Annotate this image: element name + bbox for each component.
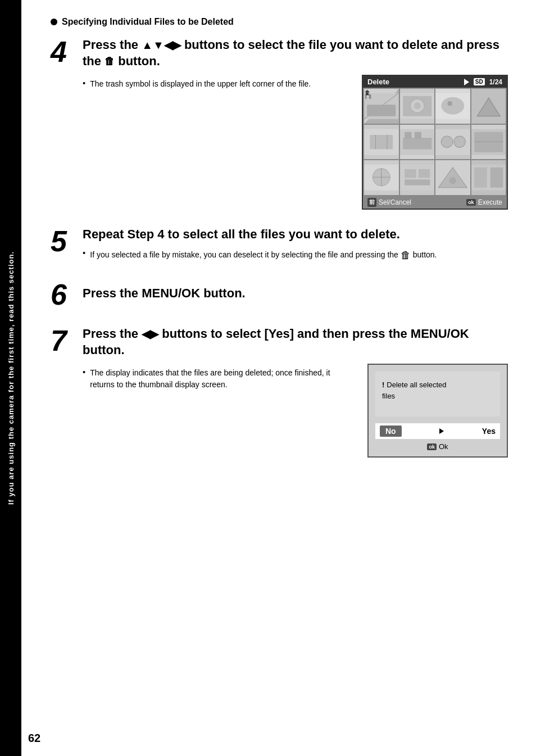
thumbnail-8 (471, 125, 506, 160)
step-6-title: Press the MENU/OK button. (83, 286, 508, 302)
svg-point-11 (448, 101, 452, 106)
step-7-section: 7 Press the ◀▶ buttons to select [Yes] a… (51, 326, 508, 458)
thumbnail-11 (435, 160, 470, 195)
main-content: Specifying Individual Files to be Delete… (51, 17, 508, 458)
thumbnail-12 (471, 160, 506, 195)
step-6-number: 6 (51, 280, 76, 309)
thumbnail-2 (400, 89, 435, 124)
lr-arrows-icon: ◀▶ (142, 328, 158, 340)
svg-rect-33 (405, 169, 416, 178)
svg-rect-15 (370, 135, 393, 150)
svg-point-24 (454, 136, 466, 147)
step-4-section: 4 Press the ▲▼◀▶ buttons to select the f… (51, 37, 508, 210)
sel-cancel-btn: 前 Sel/Cancel (367, 198, 411, 207)
svg-point-23 (441, 136, 453, 147)
svg-rect-20 (405, 132, 411, 139)
svg-rect-21 (414, 132, 421, 139)
step-7-text: The display indicates that the files are… (83, 364, 356, 391)
confirm-dialog: !Delete all selectedfiles (375, 372, 500, 417)
option-no[interactable]: No (380, 425, 402, 437)
execute-btn: ok Execute (466, 198, 502, 207)
confirm-ok-key: ok (427, 443, 437, 450)
confirm-message: !Delete all selectedfiles (382, 379, 493, 401)
counter: 1/24 (489, 78, 502, 86)
step-5-number: 5 (51, 227, 76, 264)
step-4-bullet-text: The trash symbol is displayed in the upp… (90, 78, 311, 90)
step-6-section: 6 Press the MENU/OK button. (51, 280, 508, 309)
step-4-content: Press the ▲▼◀▶ buttons to select the fil… (83, 37, 508, 210)
confirm-screen: !Delete all selectedfiles No Yes ok Ok (367, 364, 508, 458)
nav-arrows-icon: ▲▼◀▶ (142, 39, 181, 51)
thumbnail-1: 🗑 (364, 89, 399, 124)
svg-rect-35 (405, 180, 430, 185)
step-7-body: The display indicates that the files are… (83, 364, 508, 458)
delete-screen-footer: 前 Sel/Cancel ok Execute (363, 196, 507, 209)
step-5-bullet: If you selected a file by mistake, you c… (83, 248, 508, 263)
step-4-title: Press the ▲▼◀▶ buttons to select the fil… (83, 37, 508, 69)
svg-text:🗑: 🗑 (366, 95, 370, 99)
page-number: 62 (28, 732, 40, 745)
confirm-options: No Yes (375, 423, 500, 439)
step-4-text: The trash symbol is displayed in the upp… (83, 75, 351, 90)
sidebar: If you are using the camera for the firs… (0, 0, 21, 756)
svg-rect-41 (490, 168, 503, 188)
option-yes[interactable]: Yes (482, 427, 496, 436)
delete-label: Delete (367, 78, 389, 86)
step-5-section: 5 Repeat Step 4 to select all the files … (51, 227, 508, 264)
step-6-content: Press the MENU/OK button. (83, 280, 508, 302)
thumbnail-9 (364, 160, 399, 195)
svg-point-38 (449, 177, 456, 184)
thumbnail-4 (471, 89, 506, 124)
svg-rect-3 (367, 105, 396, 116)
thumbnail-7 (435, 125, 470, 160)
step-7-title: Press the ◀▶ buttons to select [Yes] and… (83, 326, 508, 358)
svg-rect-40 (474, 168, 487, 188)
step-4-bullet: The trash symbol is displayed in the upp… (83, 78, 351, 90)
step-5-title: Repeat Step 4 to select all the files yo… (83, 227, 508, 243)
step-7-bullet-text: The display indicates that the files are… (90, 367, 356, 391)
trash-icon: 🗑 (105, 55, 115, 68)
confirm-message-text: Delete all selectedfiles (382, 381, 447, 400)
delete-screen: Delete SD 1/24 (362, 75, 508, 210)
thumbnail-3 (435, 89, 470, 124)
delete-header-right: SD 1/24 (464, 78, 502, 86)
step-7-content: Press the ◀▶ buttons to select [Yes] and… (83, 326, 508, 458)
step-7-number: 7 (51, 326, 76, 458)
execute-label: Execute (478, 198, 502, 206)
step-5-bullet-text: If you selected a file by mistake, you c… (90, 248, 437, 263)
step-5-content: Repeat Step 4 to select all the files yo… (83, 227, 508, 264)
section-header: Specifying Individual Files to be Delete… (51, 17, 508, 27)
delete-screen-header: Delete SD 1/24 (363, 76, 507, 88)
sd-badge: SD (474, 78, 485, 85)
thumbnail-6 (400, 125, 435, 160)
confirm-ok-label: Ok (439, 442, 448, 451)
ok-key: ok (466, 199, 476, 206)
svg-rect-19 (403, 138, 431, 150)
svg-rect-34 (418, 169, 430, 178)
step-4-body: The trash symbol is displayed in the upp… (83, 75, 508, 210)
step-7-bullet: The display indicates that the files are… (83, 367, 356, 391)
sel-key: 前 (367, 198, 376, 207)
section-title: Specifying Individual Files to be Delete… (62, 17, 234, 27)
exclaim-icon: ! (382, 381, 384, 389)
thumbnail-10 (400, 160, 435, 195)
arrow-right-icon (439, 428, 444, 434)
sel-cancel-label: Sel/Cancel (379, 198, 411, 206)
play-icon (464, 79, 469, 85)
thumbnail-grid: 🗑 (363, 88, 507, 196)
thumbnail-5 (364, 125, 399, 160)
svg-point-8 (414, 102, 420, 109)
svg-point-10 (441, 97, 464, 115)
sidebar-label: If you are using the camera for the firs… (7, 251, 15, 505)
confirm-ok-row: ok Ok (375, 442, 500, 451)
bullet-dot (51, 19, 57, 25)
page-container: If you are using the camera for the firs… (0, 0, 536, 756)
trash-icon-2: 🗑 (401, 248, 411, 263)
step-4-number: 4 (51, 37, 76, 210)
